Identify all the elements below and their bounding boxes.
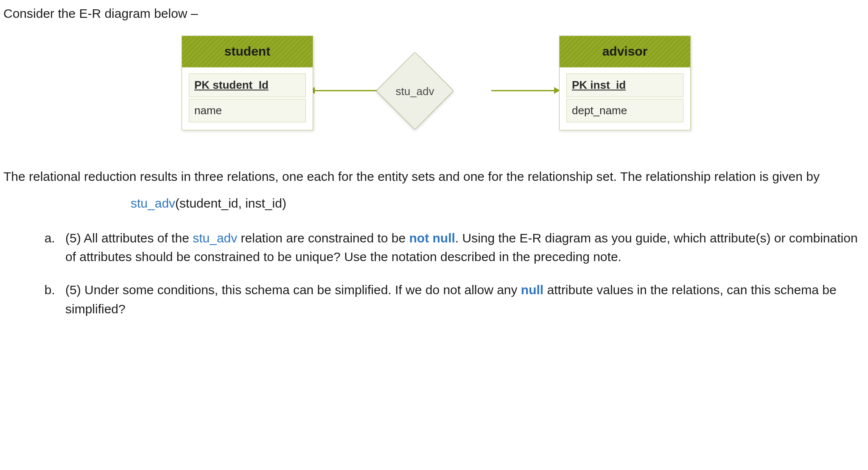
entity-advisor-title: advisor bbox=[560, 36, 690, 68]
relation-name: stu_adv bbox=[131, 196, 175, 210]
qa-stuadv: stu_adv bbox=[193, 231, 237, 245]
qb-t1: Under some conditions, this schema can b… bbox=[84, 283, 521, 297]
er-diagram-container: student PK student_Id name stu_adv advis… bbox=[3, 36, 865, 150]
qa-t1: All attributes of the bbox=[84, 231, 193, 245]
entity-student-title: student bbox=[182, 36, 313, 68]
connector-right bbox=[491, 90, 555, 91]
advisor-pk: inst_id bbox=[590, 79, 626, 91]
qa-notnull: not null bbox=[409, 231, 455, 245]
question-a: (5) All attributes of the stu_adv relati… bbox=[59, 229, 865, 267]
pk-prefix: PK bbox=[194, 79, 213, 91]
qa-t2: relation are constrained to be bbox=[237, 231, 409, 245]
pk-prefix: PK bbox=[572, 79, 590, 91]
entity-student-body: PK student_Id name bbox=[182, 68, 313, 130]
er-diagram: student PK student_Id name stu_adv advis… bbox=[182, 36, 691, 150]
advisor-attr-row: dept_name bbox=[566, 99, 683, 123]
qb-points: (5) bbox=[65, 283, 84, 297]
student-pk: student_Id bbox=[213, 79, 268, 91]
relation-args: (student_id, inst_id) bbox=[175, 196, 286, 210]
qa-points: (5) bbox=[65, 231, 84, 245]
entity-advisor: advisor PK inst_id dept_name bbox=[559, 36, 691, 131]
intro-text: Consider the E-R diagram below – bbox=[3, 4, 865, 23]
relation-definition: stu_adv(student_id, inst_id) bbox=[131, 194, 865, 213]
relationship-label: stu_adv bbox=[385, 84, 445, 100]
connector-left bbox=[314, 90, 378, 91]
entity-advisor-body: PK inst_id dept_name bbox=[560, 68, 690, 130]
student-attr-row: name bbox=[189, 99, 306, 123]
qb-null: null bbox=[521, 283, 543, 297]
body-paragraph-1: The relational reduction results in thre… bbox=[3, 167, 865, 186]
student-pk-row: PK student_Id bbox=[189, 73, 306, 97]
entity-student: student PK student_Id name bbox=[182, 36, 313, 131]
advisor-pk-row: PK inst_id bbox=[566, 73, 683, 97]
question-b: (5) Under some conditions, this schema c… bbox=[59, 281, 865, 318]
question-list: (5) All attributes of the stu_adv relati… bbox=[3, 229, 865, 319]
